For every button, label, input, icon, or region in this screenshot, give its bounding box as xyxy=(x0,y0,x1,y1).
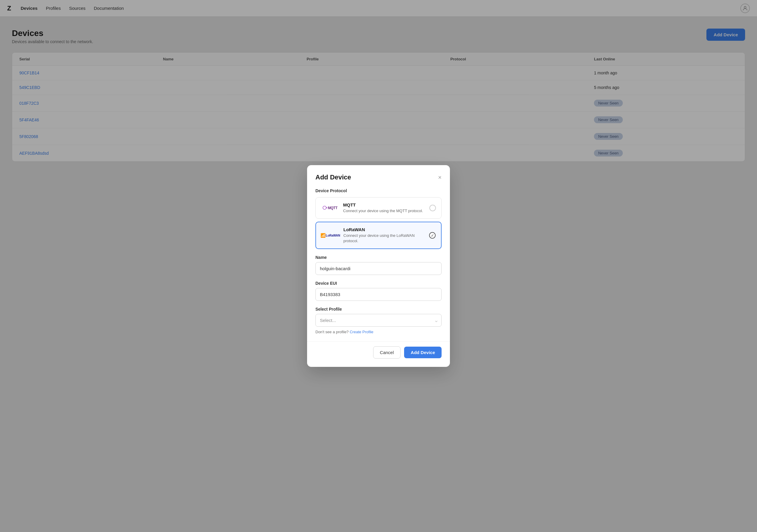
protocol-card-lorawan[interactable]: 📶 LoRaWAN LoRaWAN Connect your device us… xyxy=(316,222,441,249)
protocol-section-label: Device Protocol xyxy=(316,188,441,193)
protocol-card-mqtt[interactable]: ⧂ MQTT MQTT Connect your device using th… xyxy=(316,197,441,219)
lorawan-logo: 📶 LoRaWAN xyxy=(321,230,339,241)
modal-close-button[interactable]: × xyxy=(438,174,441,180)
modal-overlay[interactable]: Add Device × Device Protocol ⧂ MQTT MQTT… xyxy=(0,0,757,532)
name-form-group: Name xyxy=(316,255,441,275)
profile-select[interactable]: Select... xyxy=(316,314,441,327)
lorawan-name: LoRaWAN xyxy=(344,227,425,232)
profile-form-group: Select Profile Select... ⌵ Don't see a p… xyxy=(316,307,441,334)
mqtt-text: MQTT xyxy=(328,206,337,210)
lorawan-check-icon xyxy=(429,232,436,239)
mqtt-desc: Connect your device using the MQTT proto… xyxy=(343,208,425,214)
mqtt-waves-icon: ⧂ xyxy=(322,205,327,211)
name-label: Name xyxy=(316,255,441,260)
mqtt-info: MQTT Connect your device using the MQTT … xyxy=(343,202,425,214)
modal-body: Device Protocol ⧂ MQTT MQTT Connect your… xyxy=(307,186,450,341)
mqtt-check-icon xyxy=(429,205,436,211)
lorawan-text: LoRaWAN xyxy=(326,234,340,237)
eui-input[interactable] xyxy=(316,288,441,301)
mqtt-name: MQTT xyxy=(343,202,425,207)
lorawan-desc: Connect your device using the LoRaWAN pr… xyxy=(344,233,425,244)
profile-hint: Don't see a profile? Create Profile xyxy=(316,330,441,334)
modal-header: Add Device × xyxy=(307,165,450,186)
modal-footer: Cancel Add Device xyxy=(307,341,450,367)
mqtt-logo: ⧂ MQTT xyxy=(321,203,339,213)
lorawan-info: LoRaWAN Connect your device using the Lo… xyxy=(344,227,425,244)
add-device-modal-button[interactable]: Add Device xyxy=(404,347,441,358)
lorawan-signal-icon: 📶 xyxy=(320,233,325,238)
name-input[interactable] xyxy=(316,262,441,275)
profile-label: Select Profile xyxy=(316,307,441,311)
cancel-button[interactable]: Cancel xyxy=(373,346,401,359)
profile-select-wrapper: Select... ⌵ xyxy=(316,314,441,327)
eui-label: Device EUI xyxy=(316,281,441,286)
eui-form-group: Device EUI xyxy=(316,281,441,301)
create-profile-link[interactable]: Create Profile xyxy=(349,330,373,334)
add-device-modal: Add Device × Device Protocol ⧂ MQTT MQTT… xyxy=(307,165,450,367)
modal-title: Add Device xyxy=(316,173,351,181)
